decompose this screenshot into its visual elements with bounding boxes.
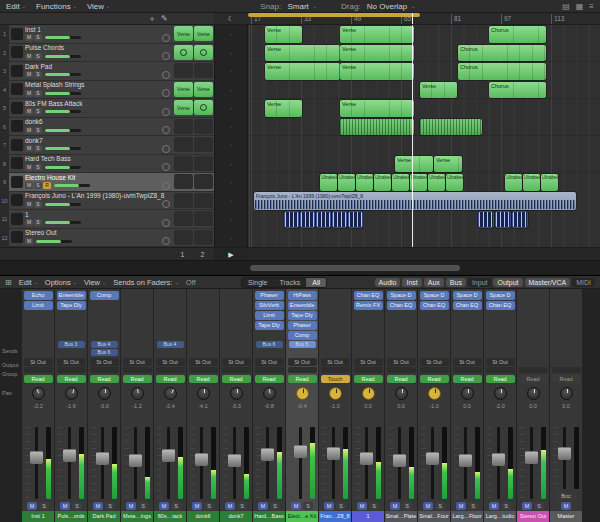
automation-mode-button[interactable]: Read [24,375,53,383]
mute-button[interactable]: M [25,90,33,97]
group-button[interactable] [123,367,152,373]
solo-button[interactable]: S [105,502,115,510]
mute-button[interactable]: M [25,127,33,134]
mute-button[interactable]: M [25,219,33,226]
channel-strip[interactable]: Read0.0MSStereo Out [517,289,549,522]
fader-track[interactable] [68,427,71,499]
fader-cap[interactable] [195,453,208,466]
insert-slot[interactable]: Echo [24,291,53,300]
loop-cell[interactable] [174,174,193,189]
group-button[interactable] [90,367,119,373]
group-button[interactable] [24,367,53,373]
channel-name[interactable]: Hard…Bass [253,511,285,522]
pan-knob[interactable] [65,387,78,400]
automation-mode-button[interactable]: Read [156,375,185,383]
midi-region[interactable]: Verse [265,26,302,43]
fader-cap[interactable] [228,454,241,467]
loop-cell[interactable] [174,156,193,171]
midi-region[interactable]: Verse [265,45,340,62]
solo-button[interactable]: S [534,502,544,510]
midi-region[interactable] [478,211,494,228]
track-header[interactable]: 10François Juno - L'An 1999 (1980)-uvmTw… [0,192,214,211]
channel-strip[interactable]: Read0.0BncMMaster [550,289,582,522]
insert-slot[interactable]: Phaser [255,291,284,300]
group-button[interactable] [255,367,284,373]
automation-mode-button[interactable]: Read [90,375,119,383]
insert-slot[interactable]: Chan EQ [486,301,515,310]
insert-slot[interactable]: Comp [90,291,119,300]
bar-ruler[interactable]: 173349658197113 [248,13,600,24]
solo-button[interactable]: S [402,502,412,510]
fader-cap[interactable] [558,447,571,460]
loop-cell[interactable] [194,45,213,60]
midi-region[interactable] [316,211,331,228]
midi-region[interactable]: Verse [340,100,414,117]
midi-region[interactable]: Verse [265,100,302,117]
channel-strip[interactable]: St OutRead-1.2MSMeta…ings [121,289,153,522]
loop-cell[interactable] [174,137,193,152]
insert-slot[interactable]: HiPass [288,291,317,300]
mute-button[interactable]: M [25,182,33,189]
group-button[interactable] [288,367,317,373]
mute-button[interactable]: M [291,502,301,510]
track-header[interactable]: 8Hard Tech BassMS [0,155,214,174]
channel-strip[interactable]: St OutTouch-1.0MSFran…Z8_8 [319,289,351,522]
channel-strip[interactable]: Space DChan EQSt OutRead0.0MSLarg…Floor [451,289,483,522]
midi-region[interactable] [512,211,528,228]
filter-output[interactable]: Output [493,278,522,287]
live-loops-icon[interactable]: ☾ [228,15,234,23]
pan-knob[interactable] [296,387,309,400]
scene-number[interactable]: 2 [193,251,212,258]
solo-button[interactable]: S [72,502,82,510]
mute-button[interactable]: M [25,201,33,208]
mute-button[interactable]: M [258,502,268,510]
solo-button[interactable]: S [34,201,42,208]
midi-region[interactable]: Verse [434,156,462,173]
group-button[interactable] [486,367,515,373]
fader-cap[interactable] [360,452,373,465]
channel-name[interactable]: donk7 [220,511,252,522]
insert-slot[interactable]: Space D [420,291,449,300]
channel-name[interactable]: Fran…Z8_8 [319,511,351,522]
snap-menu[interactable]: Snap: Smart⌄ [260,2,317,11]
channel-name[interactable]: donk6 [187,511,219,522]
pan-knob[interactable] [428,387,441,400]
midi-region[interactable] [284,211,299,228]
sends-on-faders-menu[interactable]: Sends on Faders:⌄ [113,278,178,287]
pan-knob[interactable] [395,387,408,400]
volume-slider[interactable] [45,73,81,76]
mute-button[interactable]: M [27,502,37,510]
add-track-button[interactable]: ＋ [148,13,156,24]
output-button[interactable]: St Out [354,358,383,366]
insert-slot[interactable]: Chan EQ [354,291,383,300]
channel-name[interactable]: 1 [352,511,384,522]
track-header[interactable]: 3Dark PadMS [0,62,214,81]
fader-cap[interactable] [96,452,109,465]
fader-cap[interactable] [327,447,340,460]
insert-slot[interactable]: Ensemble [288,301,317,310]
send-slot[interactable]: Bus 3 [58,341,85,348]
send-slot[interactable]: Bus 4 [157,341,184,348]
loop-cell[interactable] [194,137,213,152]
loop-cell[interactable]: Verse [194,26,213,41]
midi-region[interactable]: Verse [340,26,414,43]
loop-cell[interactable] [174,63,193,78]
insert-slot[interactable]: Comp [288,331,317,340]
pan-knob[interactable] [162,108,170,116]
mute-button[interactable]: M [25,164,33,171]
solo-button[interactable]: S [34,34,42,41]
midi-region[interactable]: Ultrabeat [320,174,337,191]
automation-mode-button[interactable]: Touch [321,375,350,383]
midi-region[interactable]: Ultrabeat [428,174,445,191]
scene-number[interactable]: 1 [173,251,192,258]
loop-cell[interactable]: Verse [194,82,213,97]
group-button[interactable] [453,367,482,373]
loop-cell[interactable] [194,230,213,245]
track-header[interactable]: 7donk7MS [0,136,214,155]
midi-region[interactable] [300,211,315,228]
fader-cap[interactable] [261,448,274,461]
mute-button[interactable]: M [25,145,33,152]
output-button[interactable]: St Out [486,358,515,366]
insert-slot[interactable]: Remix FX [354,301,383,310]
fader-cap[interactable] [294,445,307,458]
